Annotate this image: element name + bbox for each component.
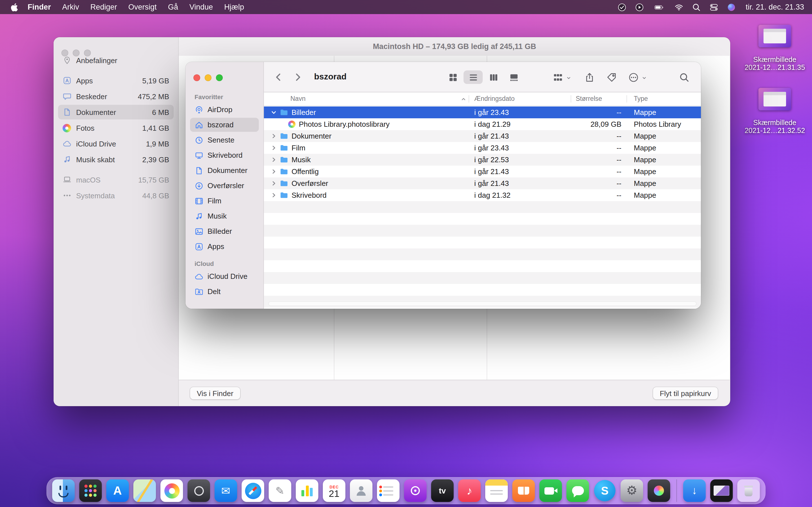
file-row-photos-library[interactable]: Photos Library.photoslibrary i dag 21.29… [264,118,701,130]
sidebar-item-seneste[interactable]: Seneste [190,133,259,147]
storage-item-fotos[interactable]: Fotos 1,41 GB [58,121,174,135]
column-header-date[interactable]: Ændringsdato [474,95,515,102]
dock-text-editor-icon[interactable]: ✎ [269,480,291,502]
zoom-button[interactable] [216,74,223,81]
menu-arkiv[interactable]: Arkiv [57,0,85,14]
column-header-size[interactable]: Størrelse [576,95,602,102]
file-row-musik[interactable]: Musik i går 22.53 -- Mappe [264,154,701,166]
desktop-icon-screenshot-2[interactable]: Skærmbillede 2021-12…21.32.52 [739,88,811,135]
dock-photos-icon[interactable] [160,480,183,502]
tags-button[interactable] [606,71,617,83]
dock-finder-icon[interactable] [52,480,75,502]
search-button[interactable] [679,71,690,83]
control-center-icon[interactable] [710,3,719,11]
file-row-film[interactable]: Film i går 23.43 -- Mappe [264,142,701,154]
dock-app-store-icon[interactable]: A [106,480,129,502]
dock-books-icon[interactable] [512,480,535,502]
menu-oversigt[interactable]: Oversigt [123,0,162,14]
dock-launchpad-icon[interactable] [79,480,102,502]
disclosure-chevron-icon[interactable] [271,133,277,139]
gallery-view-button[interactable] [504,70,523,84]
dock-charts-app-icon[interactable] [296,480,318,502]
move-to-trash-button[interactable]: Flyt til papirkurv [653,387,718,399]
dock-calendar-icon[interactable]: DEC21 [323,480,345,502]
sidebar-item-billeder[interactable]: Billeder [190,224,259,238]
dock-notes-icon[interactable] [485,480,508,502]
menu-hjaelp[interactable]: Hjælp [218,0,250,14]
disclosure-chevron-icon[interactable] [271,168,277,175]
menu-ga[interactable]: Gå [162,0,184,14]
file-row-offentlig[interactable]: Offentlig i går 21.43 -- Mappe [264,166,701,177]
horizontal-scrollbar[interactable] [268,301,696,306]
share-button[interactable] [584,71,596,83]
list-view-button[interactable] [463,70,483,84]
dock-trash-icon[interactable] [737,480,760,502]
disclosure-chevron-icon[interactable] [271,157,277,163]
dock-facetime-icon[interactable] [539,480,562,502]
sidebar-item-musik[interactable]: Musik [190,209,259,223]
storage-item-macos[interactable]: macOS 15,75 GB [58,172,174,187]
file-row-billeder[interactable]: Billeder i går 23.43 -- Mappe [264,107,701,118]
file-row-overforsler[interactable]: Overførsler i går 21.43 -- Mappe [264,177,701,189]
zoom-button[interactable] [84,50,91,56]
disclosure-chevron-icon[interactable] [271,180,277,186]
close-button[interactable] [61,50,68,56]
minimize-button[interactable] [205,74,211,81]
disclosure-chevron-icon[interactable] [271,109,277,115]
desktop-icon-screenshot-1[interactable]: Skærmbillede 2021-12…21.31.35 [739,25,811,71]
minimize-button[interactable] [73,50,80,56]
sidebar-item-film[interactable]: Film [190,194,259,208]
sidebar-item-overforsler[interactable]: Overførsler [190,179,259,193]
disclosure-chevron-icon[interactable] [271,192,277,198]
icon-view-button[interactable] [443,70,462,84]
storage-item-dokumenter[interactable]: Dokumenter 6 MB [58,105,174,119]
sidebar-item-dokumenter[interactable]: Dokumenter [190,163,259,177]
header-divider[interactable] [626,95,627,103]
storage-item-musik-skabt[interactable]: Musik skabt 2,39 GB [58,152,174,167]
siri-icon[interactable] [727,3,736,11]
show-in-finder-button[interactable]: Vis i Finder [190,387,240,399]
sidebar-item-skrivebord[interactable]: Skrivebord [190,148,259,162]
sidebar-item-bszorad[interactable]: bszorad [190,118,259,132]
dock-downloads-icon[interactable]: ↓ [683,480,706,502]
dock-music-icon[interactable]: ♪ [458,480,481,502]
sidebar-item-apps[interactable]: Apps [190,239,259,253]
storage-item-beskeder[interactable]: Beskeder 475,2 MB [58,89,174,104]
storage-item-icloud-drive[interactable]: iCloud Drive 1,9 MB [58,136,174,151]
dock-safari-icon[interactable] [242,480,264,502]
battery-icon[interactable] [653,3,666,11]
app-menu-finder[interactable]: Finder [22,0,57,14]
dock-contacts-icon[interactable] [350,480,372,502]
storage-item-systemdata[interactable]: Systemdata 44,8 GB [58,188,174,203]
column-header-type[interactable]: Type [634,95,648,102]
screenshot-thumbnail[interactable] [758,88,791,110]
desktop[interactable]: Finder Arkiv Rediger Oversigt Gå Vindue … [0,0,812,507]
file-row-dokumenter[interactable]: Dokumenter i går 21.43 -- Mappe [264,130,701,142]
screenshot-thumbnail[interactable] [758,25,791,47]
dock-messages-icon[interactable] [566,480,589,502]
sidebar-item-icloud-drive[interactable]: iCloud Drive [190,269,259,283]
storage-titlebar[interactable]: Macintosh HD – 174,93 GB ledig af 245,11… [179,37,730,56]
dock-skype-icon[interactable]: S [594,480,616,502]
checkmark-status-icon[interactable] [618,3,627,11]
header-divider[interactable] [571,95,571,103]
header-divider[interactable] [469,95,469,103]
group-button[interactable] [553,71,564,83]
more-actions-button[interactable] [628,71,640,83]
menu-clock[interactable]: tir. 21. dec. 21.33 [746,3,804,11]
sidebar-item-airdrop[interactable]: AirDrop [190,103,259,117]
dock-maps-icon[interactable] [133,480,156,502]
menu-rediger[interactable]: Rediger [85,0,123,14]
menu-vindue[interactable]: Vindue [184,0,219,14]
storage-item-apps[interactable]: Apps 5,19 GB [58,73,174,88]
disclosure-chevron-icon[interactable] [271,145,277,151]
close-button[interactable] [193,74,200,81]
dock-minimized-window-icon[interactable] [710,480,733,502]
dock-mail-icon[interactable]: ✉ [214,480,237,502]
apple-menu-icon[interactable] [10,3,18,11]
sidebar-item-delt[interactable]: Delt [190,284,259,298]
dock-tv-icon[interactable]: tv [431,480,454,502]
wifi-icon[interactable] [675,3,684,11]
back-button[interactable] [272,71,285,83]
forward-button[interactable] [291,71,305,83]
